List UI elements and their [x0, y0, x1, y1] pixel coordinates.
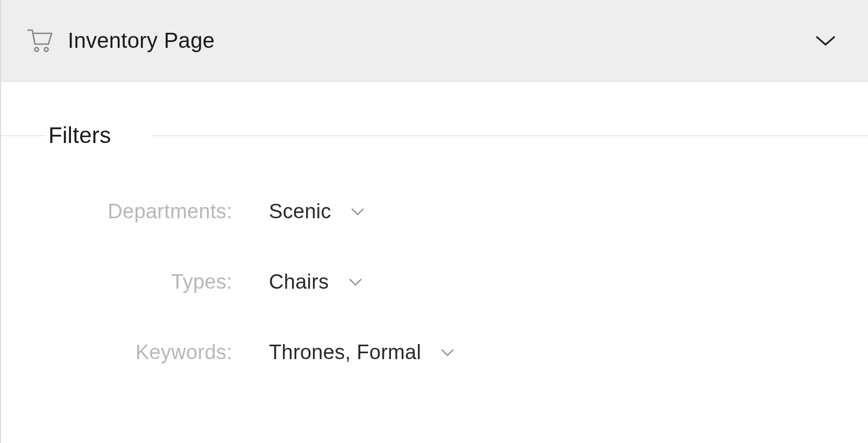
page-container: Inventory Page Filters Departments: Scen…	[0, 0, 868, 443]
header-collapse-toggle[interactable]	[815, 35, 836, 47]
filter-dropdown-keywords[interactable]: Thrones, Formal	[269, 341, 454, 364]
filters-heading: Filters	[48, 123, 128, 148]
divider-right	[152, 135, 868, 136]
filter-value-types: Chairs	[269, 270, 329, 294]
divider-left	[1, 135, 46, 136]
svg-point-1	[45, 47, 48, 51]
cart-icon	[27, 29, 53, 53]
filter-row-departments: Departments: Scenic	[1, 200, 868, 223]
header-bar[interactable]: Inventory Page	[1, 0, 868, 82]
filter-label-types: Types:	[1, 270, 232, 294]
svg-point-0	[35, 47, 39, 51]
filter-dropdown-types[interactable]: Chairs	[269, 270, 362, 294]
filter-row-keywords: Keywords: Thrones, Formal	[1, 341, 868, 364]
chevron-down-icon	[348, 278, 362, 287]
page-title: Inventory Page	[68, 28, 215, 53]
filter-row-types: Types: Chairs	[1, 270, 868, 294]
filter-dropdown-departments[interactable]: Scenic	[269, 200, 365, 223]
filters-section: Filters Departments: Scenic	[1, 82, 868, 364]
filter-value-departments: Scenic	[269, 200, 331, 223]
filter-rows: Departments: Scenic Types: Chairs	[1, 148, 868, 364]
filter-label-keywords: Keywords:	[1, 341, 232, 364]
filter-value-keywords: Thrones, Formal	[269, 341, 421, 364]
chevron-down-icon	[440, 348, 454, 357]
content-area: Filters Departments: Scenic	[1, 82, 868, 443]
filters-heading-row: Filters	[1, 123, 868, 148]
filter-label-departments: Departments:	[1, 200, 232, 223]
chevron-down-icon	[351, 208, 365, 216]
